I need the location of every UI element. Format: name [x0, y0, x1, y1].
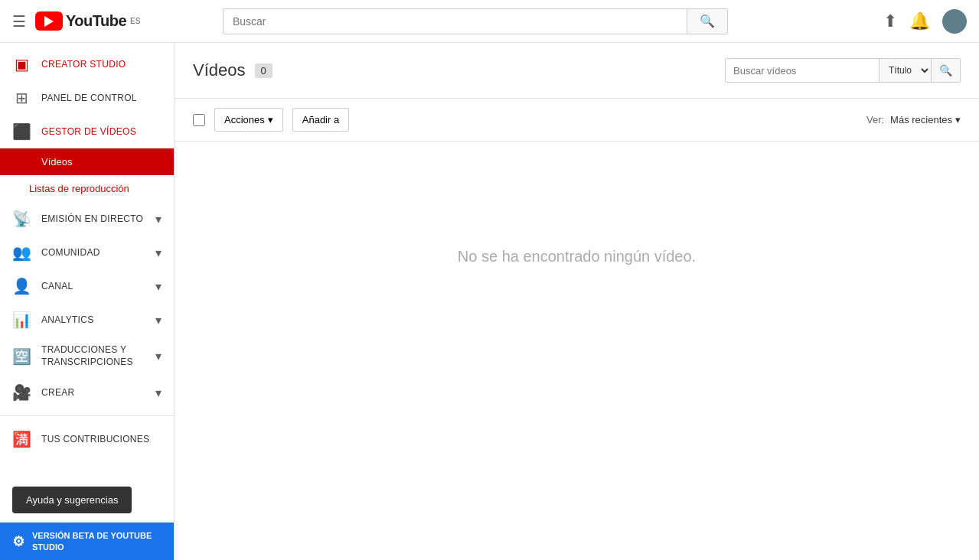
sidebar-item-contribuciones[interactable]: 🈵 TUS CONTRIBUCIONES	[0, 422, 174, 456]
empty-message: No se ha encontrado ningún vídeo.	[458, 248, 696, 265]
hamburger-icon[interactable]: ☰	[12, 12, 26, 31]
view-sort-container: Ver: Más recientes ▾	[866, 114, 961, 125]
sort-chevron: ▾	[955, 114, 961, 125]
traducciones-label: TRADUCCIONES Y TRANSCRIPCIONES	[41, 344, 145, 368]
upload-icon[interactable]: ⬆	[883, 11, 897, 31]
analytics-icon: 📊	[12, 311, 31, 329]
crear-icon: 🎥	[12, 383, 31, 402]
sidebar: ▣ CREATOR STUDIO ⊞ PANEL DE CONTROL ⬛ GE…	[0, 43, 175, 560]
videos-count-badge: 0	[255, 63, 272, 78]
sidebar-item-emision[interactable]: 📡 EMISIÓN EN DIRECTO ▾	[0, 202, 174, 236]
playlists-label: Listas de reproducción	[23, 183, 162, 194]
emision-chevron: ▾	[155, 212, 162, 226]
sidebar-item-creator-studio: ▣ CREATOR STUDIO	[0, 43, 174, 81]
canal-chevron: ▾	[155, 279, 162, 294]
header-left: ☰ YouTubeES	[12, 11, 140, 31]
comunidad-chevron: ▾	[155, 246, 162, 260]
crear-label: CREAR	[41, 387, 145, 398]
beta-bar[interactable]: ⚙ VERSIÓN BETA DE YOUTUBE STUDIO	[0, 523, 174, 560]
layout: ▣ CREATOR STUDIO ⊞ PANEL DE CONTROL ⬛ GE…	[0, 43, 979, 560]
bell-icon[interactable]: 🔔	[909, 11, 930, 31]
search-videos-container: Título 🔍	[725, 58, 961, 83]
gestor-icon: ⬛	[12, 122, 31, 141]
panel-label: PANEL DE CONTROL	[41, 93, 162, 103]
search-videos-filter[interactable]: Título	[879, 59, 931, 82]
top-header: ☰ YouTubeES 🔍 ⬆ 🔔	[0, 0, 979, 43]
view-label: Ver:	[866, 114, 884, 125]
add-to-button[interactable]: Añadir a	[292, 108, 349, 132]
sidebar-item-crear[interactable]: 🎥 CREAR ▾	[0, 376, 174, 409]
sidebar-item-canal[interactable]: 👤 CANAL ▾	[0, 269, 174, 303]
contribuciones-label: TUS CONTRIBUCIONES	[41, 434, 149, 444]
gear-icon: ⚙	[12, 533, 24, 550]
actions-chevron: ▾	[268, 114, 273, 125]
gestor-label: GESTOR DE VÍDEOS	[41, 126, 162, 137]
search-bar: 🔍	[223, 8, 728, 34]
analytics-label: ANALYTICS	[41, 314, 145, 325]
empty-state: No se ha encontrado ningún vídeo.	[175, 142, 979, 371]
creator-studio-label: CREATOR STUDIO	[41, 59, 162, 70]
sidebar-item-analytics[interactable]: 📊 ANALYTICS ▾	[0, 303, 174, 337]
search-videos-button[interactable]: 🔍	[931, 59, 960, 82]
yt-logo-text: YouTube	[66, 12, 126, 30]
actions-label: Acciones	[224, 114, 265, 125]
toolbar: Acciones ▾ Añadir a Ver: Más recientes ▾	[175, 99, 979, 142]
sort-label: Más recientes	[890, 114, 952, 125]
emision-icon: 📡	[12, 210, 31, 228]
videos-header: Vídeos 0 Título 🔍	[175, 43, 979, 99]
videos-label: Vídeos	[12, 156, 162, 168]
yt-logo-icon	[35, 11, 63, 31]
sidebar-item-panel[interactable]: ⊞ PANEL DE CONTROL	[0, 81, 174, 115]
sidebar-item-playlists[interactable]: Listas de reproducción	[0, 175, 174, 202]
canal-label: CANAL	[41, 281, 145, 291]
comunidad-label: COMUNIDAD	[41, 247, 145, 258]
search-button[interactable]: 🔍	[687, 8, 728, 34]
sidebar-item-gestor[interactable]: ⬛ GESTOR DE VÍDEOS	[0, 115, 174, 148]
traducciones-icon: 🈳	[12, 347, 31, 366]
comunidad-icon: 👥	[12, 243, 31, 262]
creator-studio-icon: ▣	[12, 55, 31, 73]
analytics-chevron: ▾	[155, 313, 162, 327]
beta-label: VERSIÓN BETA DE YOUTUBE STUDIO	[32, 530, 162, 552]
help-button[interactable]: Ayuda y sugerencias	[12, 487, 132, 513]
yt-lang: ES	[130, 17, 140, 25]
sidebar-bottom: Ayuda y sugerencias	[0, 477, 174, 523]
header-right: ⬆ 🔔	[883, 9, 967, 34]
crear-chevron: ▾	[155, 386, 162, 400]
sort-dropdown[interactable]: Más recientes ▾	[890, 114, 961, 125]
sidebar-item-videos[interactable]: Vídeos	[0, 148, 174, 175]
sidebar-item-comunidad[interactable]: 👥 COMUNIDAD ▾	[0, 236, 174, 269]
search-videos-input[interactable]	[726, 60, 879, 82]
sidebar-item-traducciones[interactable]: 🈳 TRADUCCIONES Y TRANSCRIPCIONES ▾	[0, 337, 174, 376]
panel-icon: ⊞	[12, 89, 31, 107]
search-input[interactable]	[223, 8, 687, 34]
main-content: Vídeos 0 Título 🔍 Acciones ▾ Añadir a Ve…	[175, 43, 979, 560]
canal-icon: 👤	[12, 277, 31, 295]
actions-button[interactable]: Acciones ▾	[214, 108, 283, 132]
emision-label: EMISIÓN EN DIRECTO	[41, 213, 145, 224]
contribuciones-icon: 🈵	[12, 430, 31, 448]
select-all-checkbox[interactable]	[193, 114, 205, 126]
youtube-logo[interactable]: YouTubeES	[35, 11, 140, 31]
avatar[interactable]	[942, 9, 967, 34]
traducciones-chevron: ▾	[155, 349, 162, 363]
videos-title: Vídeos	[193, 60, 246, 80]
sidebar-divider	[0, 415, 174, 416]
